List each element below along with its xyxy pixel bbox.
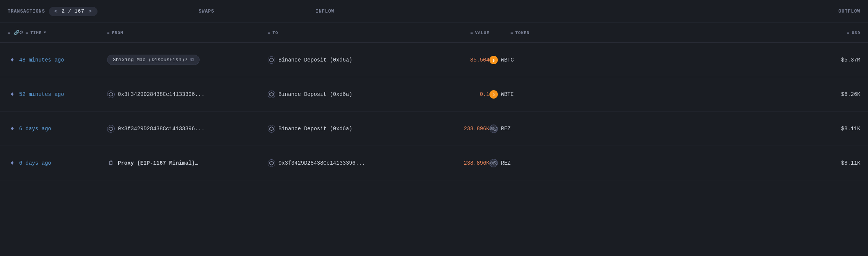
table-row: ♦6 days ago🗒Proxy (EIP-1167 Minimal)…0x3…: [0, 146, 868, 180]
svg-marker-4: [270, 92, 273, 96]
time-sort-icon: ▼: [44, 31, 46, 35]
sub-header-time[interactable]: ⏱ ≡ TIME ▼: [19, 30, 107, 35]
clock-icon: ⏱: [19, 30, 24, 35]
sub-header-usd[interactable]: ≡ USD: [551, 31, 860, 35]
transactions-label: TRANSACTIONS: [8, 9, 45, 14]
from-proxy-text[interactable]: Proxy (EIP-1167 Minimal)…: [118, 160, 198, 166]
value-cell: 238.896K: [428, 126, 489, 132]
to-address-icon: [268, 56, 275, 64]
from-address-icon: [107, 125, 115, 133]
value-label: VALUE: [475, 31, 489, 35]
sub-header-from[interactable]: ≡ FROM: [107, 31, 268, 35]
token-wrapper: ₿WBTC: [489, 90, 551, 99]
token-name: WBTC: [501, 57, 514, 63]
token-name: WBTC: [501, 91, 514, 97]
token-cell: REZ: [489, 159, 551, 167]
to-cell: Binance Deposit (0xd6a): [268, 91, 428, 98]
transactions-table: TRANSACTIONS < 2 / 167 > SWAPS INFLOW OU…: [0, 0, 868, 256]
chain-icon: ♦: [8, 159, 19, 168]
from-label: Shixing Mao (DiscusFish)?: [113, 57, 187, 63]
table-row: ♦6 days ago0x3f3429D28438Cc14133396...Bi…: [0, 112, 868, 146]
svg-marker-3: [109, 92, 113, 96]
usd-amount: $8.11K: [841, 126, 860, 132]
token-icon: [489, 125, 498, 133]
usd-amount: $8.11K: [841, 160, 860, 166]
from-address-text[interactable]: 0x3f3429D28438Cc14133396...: [118, 91, 205, 97]
proxy-icon: 🗒: [107, 159, 115, 167]
filter-usd-icon: ≡: [847, 31, 850, 35]
value-cell: 0.1: [428, 91, 489, 97]
token-cell: ₿WBTC: [489, 56, 551, 64]
to-address-icon: [268, 91, 275, 98]
filter-icon[interactable]: ≡: [8, 31, 10, 35]
usd-amount: $5.37M: [841, 57, 860, 63]
token-cell: REZ: [489, 125, 551, 133]
to-address-wrapper: Binance Deposit (0xd6a): [268, 56, 428, 64]
time-link[interactable]: 6 days ago: [19, 160, 51, 166]
to-address-text[interactable]: 0x3f3429D28438Cc14133396...: [278, 160, 365, 166]
chain-icon: ♦: [8, 55, 19, 65]
token-icon: ₿: [489, 90, 498, 99]
time-link[interactable]: 52 minutes ago: [19, 91, 64, 97]
from-address-icon: [107, 91, 115, 98]
next-page-button[interactable]: >: [88, 8, 93, 15]
chain-icon: ♦: [8, 124, 19, 133]
to-address-wrapper: 0x3f3429D28438Cc14133396...: [268, 159, 428, 167]
ethereum-icon: ♦: [8, 124, 17, 133]
value-cell: 85.504: [428, 57, 489, 63]
token-name: REZ: [501, 126, 510, 132]
outflow-label: OUTFLOW: [839, 9, 860, 14]
swaps-label: SWAPS: [199, 9, 215, 14]
value-amount: 238.896K: [464, 160, 489, 166]
usd-cell: $6.26K: [551, 91, 860, 97]
to-address-icon: [268, 159, 275, 167]
prev-page-button[interactable]: <: [54, 8, 59, 15]
to-address-wrapper: Binance Deposit (0xd6a): [268, 91, 428, 98]
token-wrapper: REZ: [489, 159, 551, 167]
from-address-text[interactable]: 0x3f3429D28438Cc14133396...: [118, 126, 205, 132]
svg-line-10: [494, 127, 497, 130]
token-label: TOKEN: [515, 31, 530, 35]
to-address-text[interactable]: Binance Deposit (0xd6a): [278, 91, 352, 97]
filter-time-icon: ≡: [26, 31, 28, 35]
sub-header-icons: ≡ 🔗: [8, 30, 19, 36]
table-row: ♦48 minutes agoShixing Mao (DiscusFish)?…: [0, 43, 868, 77]
sub-header-value[interactable]: ≡ VALUE: [428, 31, 489, 35]
ethereum-icon: ♦: [8, 159, 17, 168]
to-address-text[interactable]: Binance Deposit (0xd6a): [278, 126, 352, 132]
from-address-wrapper: 0x3f3429D28438Cc14133396...: [107, 125, 268, 133]
usd-cell: $8.11K: [551, 126, 860, 132]
table-row: ♦52 minutes ago0x3f3429D28438Cc14133396.…: [0, 77, 868, 112]
svg-marker-8: [270, 127, 273, 131]
svg-line-13: [494, 161, 497, 164]
usd-cell: $8.11K: [551, 160, 860, 166]
filter-to-icon: ≡: [268, 31, 270, 35]
from-cell: 0x3f3429D28438Cc14133396...: [107, 125, 268, 133]
header-swaps: SWAPS: [153, 9, 260, 14]
time-cell: 6 days ago: [19, 160, 107, 166]
token-cell: ₿WBTC: [489, 90, 551, 99]
time-link[interactable]: 48 minutes ago: [19, 57, 64, 63]
time-link[interactable]: 6 days ago: [19, 126, 51, 132]
token-name: REZ: [501, 160, 510, 166]
from-address-badge[interactable]: Shixing Mao (DiscusFish)?⧉: [107, 55, 200, 65]
sub-header-to[interactable]: ≡ TO: [268, 31, 428, 35]
header-inflow: INFLOW: [260, 9, 390, 14]
to-address-text[interactable]: Binance Deposit (0xd6a): [278, 57, 352, 63]
from-label: FROM: [112, 31, 123, 35]
copy-icon[interactable]: ⧉: [190, 57, 194, 63]
svg-marker-7: [109, 127, 113, 131]
sub-header-token[interactable]: ≡ TOKEN: [489, 31, 551, 35]
time-label: TIME: [30, 31, 42, 35]
from-cell: Shixing Mao (DiscusFish)?⧉: [107, 55, 268, 65]
to-label: TO: [272, 31, 278, 35]
value-amount: 85.504: [470, 57, 489, 63]
usd-amount: $6.26K: [841, 91, 860, 97]
time-cell: 48 minutes ago: [19, 57, 107, 63]
sub-header-row: ≡ 🔗 ⏱ ≡ TIME ▼ ≡ FROM ≡ TO ≡ VALUE ≡ TOK…: [0, 23, 868, 43]
filter-from-icon: ≡: [107, 31, 110, 35]
chain-icon: ♦: [8, 90, 19, 99]
filter-value-icon: ≡: [470, 31, 473, 35]
data-rows-container: ♦48 minutes agoShixing Mao (DiscusFish)?…: [0, 43, 868, 180]
value-amount: 238.896K: [464, 126, 489, 132]
